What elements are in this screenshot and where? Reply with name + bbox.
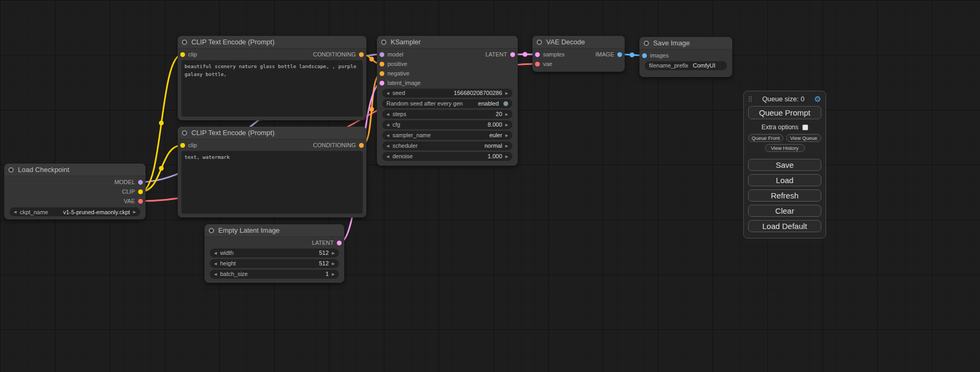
prompt-textarea[interactable]: text, watermark xyxy=(181,151,363,214)
output-slot-conditioning[interactable] xyxy=(359,52,364,57)
toggle-knob[interactable] xyxy=(503,101,508,106)
widget-value: euler xyxy=(489,132,502,138)
increment-arrow-icon[interactable]: ▶ xyxy=(332,262,335,265)
input-slot-latent-image[interactable] xyxy=(380,81,384,85)
widget-batch-size[interactable]: ◀ batch_size 1 ▶ xyxy=(210,270,339,279)
node-title-bar[interactable]: KSampler xyxy=(377,36,518,49)
output-label-conditioning: CONDITIONING xyxy=(313,51,356,58)
node-title-bar[interactable]: Save Image xyxy=(639,37,732,50)
collapse-dot[interactable] xyxy=(209,228,214,233)
queue-front-button[interactable]: Queue Front xyxy=(748,134,783,142)
collapse-dot[interactable] xyxy=(182,40,187,45)
node-clip-text-encode-positive[interactable]: CLIP Text Encode (Prompt) clip CONDITION… xyxy=(178,36,366,120)
increment-arrow-icon[interactable]: ▶ xyxy=(133,210,136,214)
node-title-bar[interactable]: CLIP Text Encode (Prompt) xyxy=(178,127,366,139)
node-empty-latent-image[interactable]: Empty Latent Image LATENT ◀ width 512 ▶ … xyxy=(205,224,344,283)
collapse-dot[interactable] xyxy=(537,40,542,45)
increment-arrow-icon[interactable]: ▶ xyxy=(506,144,508,148)
node-ksampler[interactable]: KSampler model LATENT positive xyxy=(377,36,518,166)
increment-arrow-icon[interactable]: ▶ xyxy=(332,251,335,255)
input-slot-samples[interactable] xyxy=(535,52,540,57)
input-slot-negative[interactable] xyxy=(380,71,384,76)
load-button[interactable]: Load xyxy=(748,174,821,186)
node-clip-text-encode-negative[interactable]: CLIP Text Encode (Prompt) clip CONDITION… xyxy=(178,127,366,217)
queue-prompt-button[interactable]: Queue Prompt xyxy=(748,106,821,119)
input-slot-clip[interactable] xyxy=(180,52,185,57)
node-vae-decode[interactable]: VAE Decode samples IMAGE vae xyxy=(532,36,625,72)
decrement-arrow-icon[interactable]: ◀ xyxy=(386,144,389,148)
decrement-arrow-icon[interactable]: ◀ xyxy=(386,155,389,158)
widget-value: 512 xyxy=(319,250,328,256)
collapse-dot[interactable] xyxy=(644,41,649,46)
increment-arrow-icon[interactable]: ▶ xyxy=(506,112,508,116)
decrement-arrow-icon[interactable]: ◀ xyxy=(214,251,217,255)
decrement-arrow-icon[interactable]: ◀ xyxy=(214,272,217,276)
output-slot-latent[interactable] xyxy=(337,241,342,245)
increment-arrow-icon[interactable]: ▶ xyxy=(506,133,508,137)
widget-ckpt-name[interactable]: ◀ ckpt_name v1-5-pruned-emaonly.ckpt ▶ xyxy=(9,207,140,216)
widget-height[interactable]: ◀ height 512 ▶ xyxy=(210,259,339,268)
input-slot-clip[interactable] xyxy=(180,143,185,148)
node-title: VAE Decode xyxy=(546,38,585,46)
input-slot-vae[interactable] xyxy=(535,62,540,66)
node-title: KSampler xyxy=(391,38,421,46)
decrement-arrow-icon[interactable]: ◀ xyxy=(214,262,217,265)
widget-cfg[interactable]: ◀ cfg 8.000 ▶ xyxy=(382,120,512,129)
load-default-button[interactable]: Load Default xyxy=(748,220,821,232)
collapse-dot[interactable] xyxy=(381,40,386,45)
output-slot-latent[interactable] xyxy=(510,52,515,57)
widget-width[interactable]: ◀ width 512 ▶ xyxy=(210,249,339,257)
refresh-button[interactable]: Refresh xyxy=(748,189,821,202)
save-button[interactable]: Save xyxy=(748,159,821,171)
node-title: Save Image xyxy=(653,39,690,47)
increment-arrow-icon[interactable]: ▶ xyxy=(506,155,508,158)
widget-seed[interactable]: ◀ seed 156680208700286 ▶ xyxy=(382,89,512,98)
node-title-bar[interactable]: CLIP Text Encode (Prompt) xyxy=(178,36,366,49)
output-slot-image[interactable] xyxy=(617,52,622,57)
increment-arrow-icon[interactable]: ▶ xyxy=(506,123,508,127)
decrement-arrow-icon[interactable]: ◀ xyxy=(14,210,16,214)
extra-options-checkbox[interactable] xyxy=(802,125,808,130)
queue-size-label: Queue size: 0 xyxy=(752,95,814,103)
node-title-bar[interactable]: VAE Decode xyxy=(532,36,625,49)
view-history-button[interactable]: View History xyxy=(765,144,805,152)
widget-random-seed-toggle[interactable]: Random seed after every gen enabled xyxy=(382,99,512,108)
decrement-arrow-icon[interactable]: ◀ xyxy=(386,91,389,95)
drag-handle-icon[interactable]: ⣿ xyxy=(748,96,752,102)
clear-button[interactable]: Clear xyxy=(748,205,821,217)
widget-steps[interactable]: ◀ steps 20 ▶ xyxy=(382,110,512,119)
input-label-clip: clip xyxy=(188,51,197,58)
widget-filename-prefix[interactable]: filename_prefix ComfyUI xyxy=(645,61,727,70)
node-title: Empty Latent Image xyxy=(218,226,279,234)
widget-value: normal xyxy=(484,142,502,149)
output-slot-vae[interactable] xyxy=(138,199,143,204)
widget-value: 512 xyxy=(319,260,328,266)
collapse-dot[interactable] xyxy=(8,167,14,173)
output-slot-conditioning[interactable] xyxy=(359,143,364,148)
input-slot-model[interactable] xyxy=(380,52,384,57)
output-slot-clip[interactable] xyxy=(138,189,143,194)
widget-denoise[interactable]: ◀ denoise 1.000 ▶ xyxy=(382,152,512,161)
link-dot-clip-negative xyxy=(159,166,164,171)
input-slot-positive[interactable] xyxy=(380,62,384,66)
increment-arrow-icon[interactable]: ▶ xyxy=(332,272,335,276)
decrement-arrow-icon[interactable]: ◀ xyxy=(386,112,389,116)
node-title-bar[interactable]: Empty Latent Image xyxy=(205,224,344,237)
input-slot-images[interactable] xyxy=(642,53,647,58)
increment-arrow-icon[interactable]: ▶ xyxy=(506,91,508,95)
view-queue-button[interactable]: View Queue xyxy=(786,134,821,142)
widget-scheduler[interactable]: ◀ scheduler normal ▶ xyxy=(382,141,512,150)
widget-sampler-name[interactable]: ◀ sampler_name euler ▶ xyxy=(382,131,512,140)
widget-label: Random seed after every gen xyxy=(386,100,463,107)
prompt-textarea[interactable]: beautiful scenery nature glass bottle la… xyxy=(181,60,363,117)
node-load-checkpoint[interactable]: Load Checkpoint MODEL CLIP VAE xyxy=(4,164,145,220)
settings-gear-icon[interactable]: ⚙ xyxy=(814,95,821,103)
node-graph-canvas[interactable]: Load Checkpoint MODEL CLIP VAE xyxy=(0,0,980,372)
input-label-images: images xyxy=(650,52,668,59)
node-title-bar[interactable]: Load Checkpoint xyxy=(4,164,145,176)
decrement-arrow-icon[interactable]: ◀ xyxy=(386,133,389,137)
output-slot-model[interactable] xyxy=(138,180,143,185)
collapse-dot[interactable] xyxy=(182,130,187,136)
decrement-arrow-icon[interactable]: ◀ xyxy=(386,123,389,127)
node-save-image[interactable]: Save Image images filename_prefix ComfyU… xyxy=(639,37,732,77)
